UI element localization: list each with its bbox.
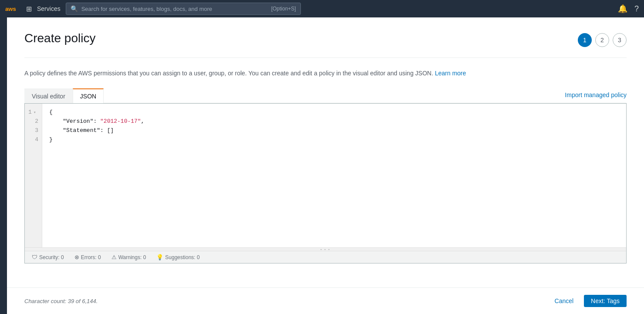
main-content: Create policy 1 2 3 A policy defines the… (7, 17, 644, 314)
help-icon[interactable]: ? (634, 4, 639, 14)
json-editor-container: 1▾ 2 3 4 { "Version": "2012-10-17", "Sta… (24, 103, 627, 263)
code-line-2: "Version": "2012-10-17", (49, 117, 619, 126)
warnings-status: ⚠ Warnings: 0 (111, 254, 146, 260)
page-title: Create policy (24, 31, 95, 45)
sidebar (0, 17, 7, 314)
search-bar[interactable]: 🔍 [Option+S] (66, 3, 301, 15)
services-label[interactable]: Services (37, 5, 61, 12)
errors-status: ⊗ Errors: 0 (74, 254, 101, 260)
tab-visual-editor[interactable]: Visual editor (24, 88, 73, 103)
page-header: Create policy 1 2 3 (24, 31, 627, 47)
editor-body: 1▾ 2 3 4 { "Version": "2012-10-17", "Sta… (25, 104, 626, 247)
header-divider (24, 57, 627, 58)
nav-right: 🔔 ? (618, 4, 639, 14)
line-numbers: 1▾ 2 3 4 (25, 104, 42, 247)
suggestions-status: 💡 Suggestions: 0 (156, 254, 199, 260)
char-count: Character count: 39 of 6,144. (24, 298, 98, 304)
search-icon: 🔍 (71, 5, 78, 12)
code-line-3: "Statement": [] (49, 126, 619, 135)
step-1[interactable]: 1 (578, 33, 592, 47)
description-text: A policy defines the AWS permissions tha… (24, 68, 627, 78)
line-num-3: 3 (28, 126, 38, 135)
tabs-row: Visual editor JSON Import managed policy (24, 88, 627, 103)
warnings-icon: ⚠ (111, 254, 117, 260)
cancel-button[interactable]: Cancel (550, 295, 579, 307)
errors-icon: ⊗ (74, 254, 79, 260)
security-status: 🛡 Security: 0 (32, 254, 64, 260)
aws-logo[interactable]: aws (5, 3, 21, 14)
grid-icon[interactable]: ⊞ (26, 5, 32, 13)
notification-icon[interactable]: 🔔 (618, 4, 627, 14)
bottom-footer: Character count: 39 of 6,144. Cancel Nex… (7, 287, 644, 314)
code-line-1: { (49, 108, 619, 117)
status-bar: 🛡 Security: 0 ⊗ Errors: 0 ⚠ Warnings: 0 … (25, 251, 626, 263)
learn-more-link[interactable]: Learn more (435, 70, 466, 77)
resize-handle[interactable]: • • • (25, 247, 626, 251)
next-button[interactable]: Next: Tags (584, 295, 627, 307)
import-managed-policy-link[interactable]: Import managed policy (565, 91, 627, 103)
tab-json[interactable]: JSON (73, 88, 104, 103)
line-num-1: 1▾ (28, 108, 38, 117)
line-num-2: 2 (28, 117, 38, 126)
tabs: Visual editor JSON (24, 88, 104, 103)
footer-buttons: Cancel Next: Tags (550, 295, 627, 307)
step-2[interactable]: 2 (595, 33, 609, 47)
step-indicators: 1 2 3 (578, 33, 627, 47)
search-input[interactable] (81, 6, 268, 12)
top-navigation: aws ⊞ Services 🔍 [Option+S] 🔔 ? (0, 0, 644, 17)
search-shortcut: [Option+S] (271, 6, 296, 12)
security-icon: 🛡 (32, 254, 37, 260)
step-3[interactable]: 3 (613, 33, 627, 47)
code-line-4: } (49, 135, 619, 145)
svg-text:aws: aws (5, 6, 16, 12)
suggestions-icon: 💡 (156, 254, 163, 260)
line-num-4: 4 (28, 135, 38, 145)
code-content[interactable]: { "Version": "2012-10-17", "Statement": … (42, 104, 626, 247)
